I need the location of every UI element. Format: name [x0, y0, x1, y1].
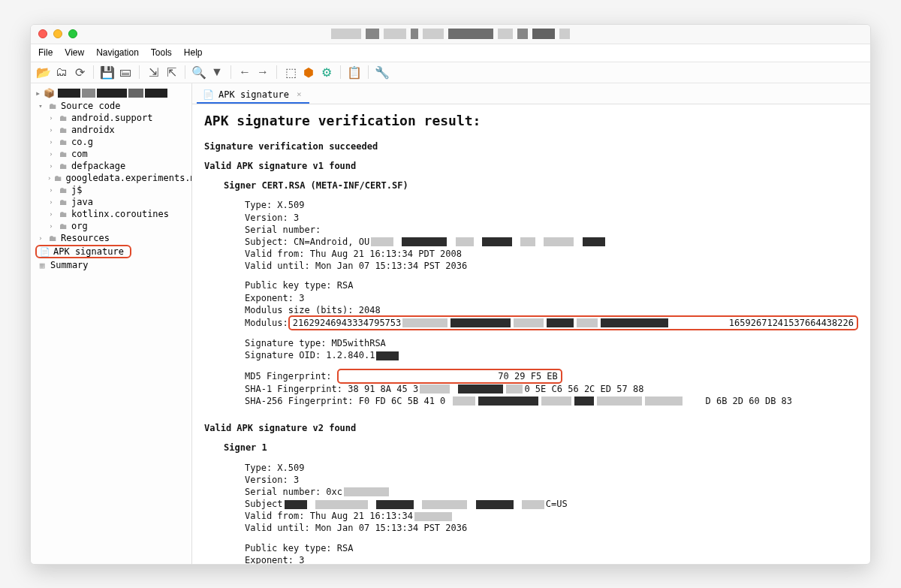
menu-tools[interactable]: Tools: [151, 47, 172, 58]
collapse-icon[interactable]: ⇱: [164, 65, 178, 79]
tree-pkg[interactable]: ›🖿googledata.experiments.mo: [47, 172, 191, 184]
prefs-icon[interactable]: 🔧: [375, 65, 389, 79]
mod-size: Modulus size (bits): 2048: [204, 304, 858, 316]
refresh-icon[interactable]: ⟳: [73, 65, 86, 79]
v1-signer: Signer CERT.RSA (META-INF/CERT.SF): [204, 179, 858, 191]
cert-valid-from: Valid from: Thu Aug 21 16:13:34 PDT 2008: [204, 248, 858, 260]
sha256-fingerprint: SHA-256 Fingerprint: F0 FD 6C 5B 41 0 D …: [204, 395, 858, 407]
page-title: APK signature verification result:: [204, 112, 858, 130]
menu-view[interactable]: View: [65, 47, 84, 58]
titlebar: [31, 25, 870, 44]
page-content: APK signature verification result: Signa…: [192, 104, 870, 564]
apk-icon: 📦: [44, 88, 55, 98]
filter-icon[interactable]: ▼: [210, 65, 224, 79]
project-icon[interactable]: 🗂: [55, 65, 68, 79]
close-button[interactable]: [38, 29, 47, 38]
tree-label: Source code: [61, 101, 120, 111]
tree-source-code[interactable]: ▾ 🖿 Source code: [37, 100, 191, 112]
deobfuscate-icon[interactable]: ⬚: [284, 65, 297, 79]
sidebar-app-row[interactable]: ▸ 📦: [31, 86, 191, 100]
v2-signer: Signer 1: [204, 442, 858, 454]
tree-pkg[interactable]: ›🖿kotlinx.coroutines: [47, 208, 191, 220]
search-icon[interactable]: 🔍: [192, 65, 206, 79]
menu-navigation[interactable]: Navigation: [96, 47, 139, 58]
window-title-redacted: [331, 29, 570, 39]
sig-type: Signature type: MD5withRSA: [204, 337, 858, 349]
v2-heading: Valid APK signature v2 found: [204, 422, 858, 434]
tab-apk-signature[interactable]: 📄 APK signature ×: [197, 86, 309, 104]
cert-subject: Subject: CN=Android, OU: [204, 236, 858, 248]
cert-serial: Serial number:: [204, 224, 858, 236]
tree-pkg[interactable]: ›🖿co.g: [47, 136, 191, 148]
v2-valid-from: Valid from: Thu Aug 21 16:13:34: [204, 510, 858, 522]
tree-pkg[interactable]: ›🖿j$: [47, 184, 191, 196]
v2-cert-version: Version: 3: [204, 474, 858, 486]
tree-summary[interactable]: ▦ Summary: [37, 259, 191, 271]
menu-file[interactable]: File: [38, 47, 53, 58]
menu-help[interactable]: Help: [184, 47, 203, 58]
log-icon[interactable]: 📋: [348, 65, 361, 79]
cert-valid-until: Valid until: Mon Jan 07 15:13:34 PST 203…: [204, 260, 858, 272]
v2-cert-subject: Subject C=US: [204, 498, 858, 510]
tree-pkg[interactable]: ›🖿defpackage: [47, 160, 191, 172]
tree-apk-signature[interactable]: 📄 APK signature: [35, 245, 131, 258]
sidebar: ▸ 📦 ▾ 🖿 Source code ›🖿android.support ›🖿…: [31, 83, 192, 564]
pk-type: Public key type: RSA: [204, 279, 858, 291]
exponent: Exponent: 3: [204, 292, 858, 304]
verification-status: Signature verification succeeded: [204, 140, 858, 152]
certificate-icon: 📄: [203, 89, 214, 100]
v2-valid-until: Valid until: Mon Jan 07 15:13:34 PST 203…: [204, 522, 858, 534]
toolbar: 📂 🗂 ⟳ 💾 🖴 ⇲ ⇱ 🔍 ▼ ← → ⬚ ⬢ ⚙ 📋 🔧: [31, 62, 870, 83]
app-window: File View Navigation Tools Help 📂 🗂 ⟳ 💾 …: [30, 24, 871, 565]
tab-label: APK signature: [218, 89, 289, 100]
v2-exponent: Exponent: 3: [204, 554, 858, 564]
minimize-button[interactable]: [53, 29, 62, 38]
cert-type: Type: X.509: [204, 199, 858, 211]
modulus-row: Modulus: 2162924694333479575316592671241…: [204, 316, 858, 330]
tree-pkg[interactable]: ›🖿androidx: [47, 124, 191, 136]
modulus-highlight: 2162924694333479575316592671241537664438…: [288, 315, 858, 330]
save-icon[interactable]: 💾: [101, 65, 114, 79]
cert-version: Version: 3: [204, 212, 858, 224]
gear-icon[interactable]: ⚙: [320, 65, 333, 79]
menubar: File View Navigation Tools Help: [31, 44, 870, 62]
tree-pkg[interactable]: ›🖿android.support: [47, 112, 191, 124]
workspace: ▸ 📦 ▾ 🖿 Source code ›🖿android.support ›🖿…: [31, 83, 870, 564]
sha1-fingerprint: SHA-1 Fingerprint: 38 91 8A 45 3 0 5E C6…: [204, 383, 858, 395]
certificate-icon: 📄: [40, 247, 50, 256]
maximize-button[interactable]: [68, 29, 77, 38]
open-file-icon[interactable]: 📂: [37, 65, 50, 79]
v1-heading: Valid APK signature v1 found: [204, 160, 858, 172]
v2-pk-type: Public key type: RSA: [204, 542, 858, 554]
v2-cert-serial: Serial number: 0xc: [204, 486, 858, 498]
tree-pkg[interactable]: ›🖿org: [47, 220, 191, 232]
apk-name-redacted: [58, 89, 187, 98]
save-all-icon[interactable]: 🖴: [119, 65, 132, 79]
quark-icon[interactable]: ⬢: [302, 65, 315, 79]
md5-fingerprint: MD5 Fingerprint: 70 29 F5 EB: [204, 369, 858, 383]
md5-highlight: 70 29 F5 EB: [337, 369, 562, 384]
sig-oid: Signature OID: 1.2.840.1: [204, 349, 858, 361]
expand-icon[interactable]: ⇲: [146, 65, 160, 79]
v2-cert-type: Type: X.509: [204, 462, 858, 474]
tree-resources[interactable]: › 🖿 Resources: [37, 232, 191, 244]
close-tab-icon[interactable]: ×: [297, 89, 302, 99]
tabbar: 📄 APK signature ×: [192, 83, 870, 104]
content-area: 📄 APK signature × APK signature verifica…: [192, 83, 870, 564]
back-icon[interactable]: ←: [238, 65, 252, 79]
tree-pkg[interactable]: ›🖿com: [47, 148, 191, 160]
tree-pkg[interactable]: ›🖿java: [47, 196, 191, 208]
forward-icon[interactable]: →: [256, 65, 270, 79]
traffic-lights: [38, 29, 77, 38]
